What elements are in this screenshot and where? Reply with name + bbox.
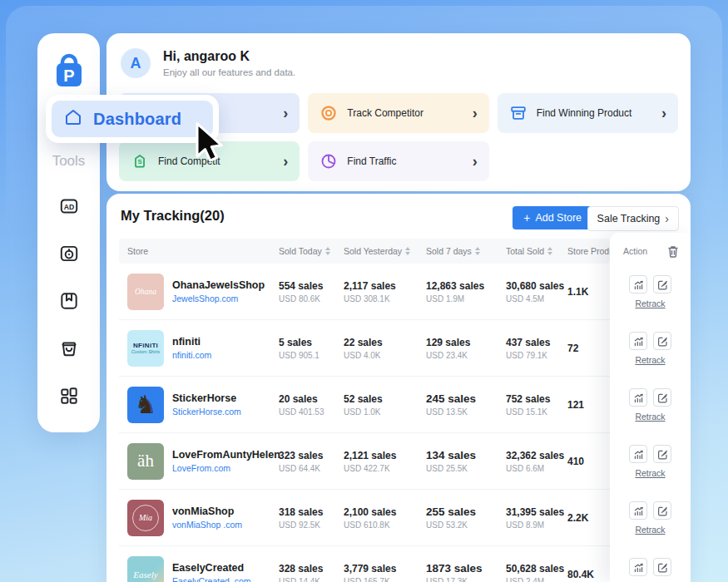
store-domain-link[interactable]: JewelsShop.com xyxy=(172,293,265,305)
sidebar-item-dashboard[interactable]: Dashboard xyxy=(52,101,213,137)
table-row: Ohana OhanaJewelsShop JewelsShop.com 554… xyxy=(119,264,610,320)
sales-value: 129 sales xyxy=(426,337,506,348)
sales-value: 328 sales xyxy=(279,563,344,575)
edit-icon[interactable] xyxy=(653,275,671,293)
chevron-right-icon: › xyxy=(661,106,666,121)
sidebar-item-saved[interactable] xyxy=(58,291,80,313)
sales-cell: 255 sales USD 53.2K xyxy=(426,506,506,530)
sales-cell: 245 sales USD 13.5K xyxy=(426,392,506,417)
store-cell: äh LoveFromAuntyHelen LoveFrom.com xyxy=(119,443,279,480)
store-domain-link[interactable]: LoveFrom.com xyxy=(172,462,280,475)
ads-icon: AD xyxy=(58,195,80,219)
sales-value: 318 sales xyxy=(279,506,344,518)
edit-icon[interactable] xyxy=(653,558,671,576)
column-label: Sold 7 days xyxy=(426,246,472,256)
sales-cell: 323 sales USD 64.4K xyxy=(279,450,344,473)
avatar[interactable]: A xyxy=(121,48,151,78)
action-row: Retrack xyxy=(610,490,691,546)
sort-icon[interactable] xyxy=(475,247,480,255)
usd-value: USD 4.5M xyxy=(506,294,567,303)
analytics-chart-icon[interactable] xyxy=(629,332,647,350)
column-label: Store Products xyxy=(567,246,610,256)
sale-tracking-button[interactable]: Sale Tracking › xyxy=(587,206,679,231)
retrack-link[interactable]: Retrack xyxy=(635,412,665,422)
usd-value: USD 23.4K xyxy=(426,351,506,360)
sort-icon[interactable] xyxy=(325,247,330,255)
apps-icon xyxy=(58,385,80,409)
retrack-link[interactable]: Retrack xyxy=(635,298,665,308)
usd-value: USD 4.0K xyxy=(344,351,426,360)
sales-cell: 52 sales USD 1.0K xyxy=(344,393,426,417)
sales-value: 323 sales xyxy=(279,450,344,461)
sales-cell: 129 sales USD 23.4K xyxy=(426,337,506,360)
retrack-link[interactable]: Retrack xyxy=(635,468,665,478)
sort-icon[interactable] xyxy=(547,247,552,255)
sales-value: 32,362 sales xyxy=(506,450,567,461)
action-row: Retrack xyxy=(610,546,691,582)
sidebar: P Tools AD xyxy=(37,33,100,432)
edit-icon[interactable] xyxy=(653,332,671,350)
app-logo-icon[interactable]: P xyxy=(52,53,87,95)
table-row: äh LoveFromAuntyHelen LoveFrom.com 323 s… xyxy=(119,433,610,490)
sales-cell: 328 sales USD 14.4K xyxy=(279,563,344,582)
store-logo: Ohana xyxy=(127,274,164,310)
analytics-chart-icon[interactable] xyxy=(629,558,647,576)
column-header-sold-7-days[interactable]: Sold 7 days xyxy=(426,246,506,256)
retrack-link[interactable]: Retrack xyxy=(635,525,665,535)
store-logo: NFiNiTi Custom Shirts xyxy=(127,330,164,367)
sales-value: 245 sales xyxy=(426,392,506,405)
table-row: Mia vonMiaShop vonMiaShop .com 318 sales… xyxy=(119,490,610,546)
store-domain-link[interactable]: vonMiaShop .com xyxy=(172,519,242,531)
edit-icon[interactable] xyxy=(653,388,671,407)
sales-value: 2,117 sales xyxy=(344,280,426,292)
bag-icon xyxy=(58,338,80,362)
add-store-button[interactable]: + Add Store xyxy=(513,206,592,229)
store-domain-link[interactable]: nfiniti.com xyxy=(172,349,211,362)
action-row: Retrack xyxy=(610,320,691,377)
sort-icon[interactable] xyxy=(405,247,410,255)
trash-icon[interactable] xyxy=(667,245,679,258)
quick-card-track-competitor[interactable]: Track Competitor› xyxy=(308,93,488,133)
quick-card-find-competit[interactable]: SFind Competit› xyxy=(119,141,300,181)
store-logo: äh xyxy=(127,443,164,480)
sales-value: 50,628 sales xyxy=(506,563,567,575)
store-domain-link[interactable]: StickerHorse.com xyxy=(172,406,241,418)
sales-value: 437 sales xyxy=(506,337,567,348)
box-icon xyxy=(509,104,527,122)
table-row: Easely EaselyCreated EaselyCreated .com … xyxy=(119,546,610,582)
edit-icon[interactable] xyxy=(653,445,671,463)
column-header-sold-today[interactable]: Sold Today xyxy=(279,246,344,256)
store-products-value: 1.1K xyxy=(567,286,610,298)
sidebar-item-track-store[interactable] xyxy=(58,244,80,265)
svg-text:P: P xyxy=(63,67,74,85)
quick-card-label: Find Competit xyxy=(158,155,220,167)
store-domain-link[interactable]: EaselyCreated .com xyxy=(172,575,251,582)
retrack-link[interactable]: Retrack xyxy=(635,355,665,365)
usd-value: USD 92.5K xyxy=(279,520,344,530)
column-header-sold-yesterday[interactable]: Sold Yesterday xyxy=(344,246,426,256)
column-header-total-sold[interactable]: Total Sold xyxy=(506,246,567,256)
bookmark-icon xyxy=(58,290,80,314)
quick-card-find-winning-product[interactable]: Find Winning Product› xyxy=(498,93,678,133)
store-name: StickerHorse xyxy=(172,392,241,406)
sidebar-item-ads[interactable]: AD xyxy=(58,196,80,218)
column-label: Store xyxy=(127,246,148,256)
analytics-chart-icon[interactable] xyxy=(629,445,647,463)
quick-card-find-traffic[interactable]: Find Traffic› xyxy=(308,141,488,181)
action-row: Retrack xyxy=(610,264,691,320)
sidebar-item-apps[interactable] xyxy=(58,386,80,407)
sales-value: 134 sales xyxy=(426,449,506,461)
sale-tracking-label: Sale Tracking xyxy=(597,213,661,224)
sales-value: 30,680 sales xyxy=(506,280,567,292)
sales-cell: 554 sales USD 80.6K xyxy=(279,280,344,303)
sales-cell: 1873 sales USD 17.3K xyxy=(426,562,506,582)
column-label: Sold Today xyxy=(279,246,322,256)
edit-icon[interactable] xyxy=(653,501,671,520)
column-header-store-products[interactable]: Store Products xyxy=(567,246,610,256)
usd-value: USD 1.9M xyxy=(426,294,506,303)
analytics-chart-icon[interactable] xyxy=(629,275,647,293)
column-label: Sold Yesterday xyxy=(344,246,402,256)
sidebar-item-products[interactable] xyxy=(58,338,80,360)
analytics-chart-icon[interactable] xyxy=(629,501,647,520)
analytics-chart-icon[interactable] xyxy=(629,388,647,407)
